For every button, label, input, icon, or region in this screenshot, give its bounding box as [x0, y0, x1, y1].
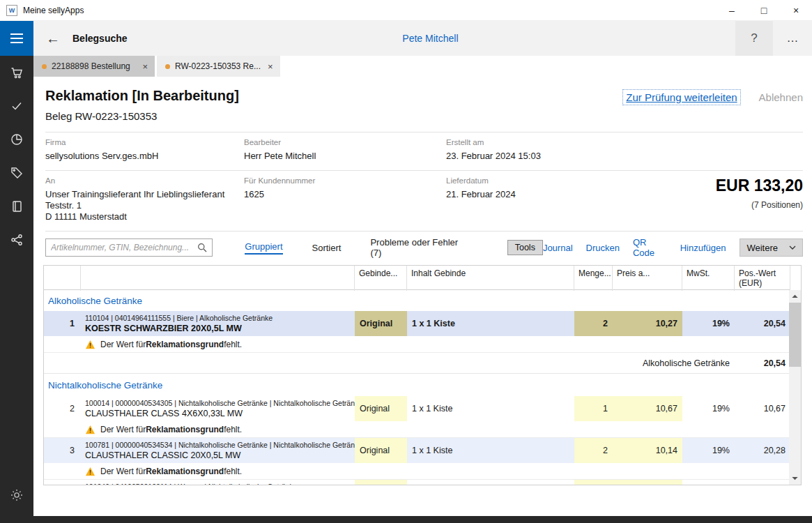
sidebar-item-settings[interactable] — [0, 478, 33, 512]
app-title: Meine sellyApps — [23, 6, 84, 15]
subtotal-value: 20,54 — [735, 358, 790, 368]
back-button[interactable]: ← — [43, 31, 63, 47]
maximize-button[interactable]: □ — [748, 0, 780, 21]
col-pos-wert[interactable]: Pos.-Wert (EUR) — [735, 266, 790, 291]
scrollbar-thumb[interactable] — [789, 303, 801, 367]
table-row[interactable]: 101049 | 04100590100114 | Wasser | Nicht… — [44, 480, 790, 485]
recipient-line-3: D 11111 Musterstadt — [45, 211, 244, 222]
preis-cell[interactable]: 10,27 — [613, 311, 682, 336]
gear-icon — [10, 488, 24, 502]
article-meta: 100014 | 00000040534305 | Nichtalkoholis… — [85, 398, 351, 408]
document-total: EUR 133,20 (7 Positionen) — [716, 176, 803, 210]
row-warning: Der Wert für Reklamationsgrund fehlt. — [44, 421, 790, 438]
weitere-dropdown[interactable]: Weitere — [740, 238, 803, 257]
tab-close-icon[interactable]: × — [268, 61, 273, 72]
hamburger-icon — [10, 33, 23, 35]
tag-icon — [10, 166, 24, 180]
sidebar-item-statistics[interactable] — [0, 123, 33, 156]
col-preis[interactable]: Preis a... — [613, 266, 682, 291]
user-name[interactable]: Pete Mitchell — [402, 33, 458, 44]
article-meta: 100781 | 00000040534534 | Nichtalkoholis… — [85, 440, 351, 450]
reject-button[interactable]: Ablehnen — [759, 91, 803, 103]
tab-status-dot — [165, 64, 170, 69]
col-description[interactable] — [81, 266, 355, 291]
help-button[interactable]: ? — [735, 21, 773, 56]
menge-cell[interactable] — [574, 480, 613, 485]
col-number[interactable] — [44, 266, 81, 291]
field-value: sellysolutions Serv.ges.mbH — [45, 151, 244, 162]
preis-cell[interactable]: 10,14 — [613, 438, 682, 463]
table-row[interactable]: 1 110104 | 04014964111555 | Biere | Alko… — [44, 311, 790, 336]
mwst-cell — [682, 480, 735, 485]
field-an: An Unser Trainingslieferant Ihr Liebling… — [45, 176, 244, 222]
minimize-button[interactable]: – — [716, 0, 748, 21]
scroll-down-icon[interactable] — [789, 473, 801, 485]
share-icon — [10, 233, 24, 247]
col-menge[interactable]: Menge... — [574, 266, 613, 291]
qr-code-link[interactable]: QR Code — [633, 237, 667, 258]
gruppiert-toggle[interactable]: Gruppiert — [245, 241, 282, 255]
mwst-cell: 19% — [682, 396, 735, 421]
gebinde-cell[interactable]: Original — [355, 311, 407, 336]
total-amount: EUR 133,20 — [716, 176, 803, 195]
table-row[interactable]: 2 100014 | 00000040534305 | Nichtalkohol… — [44, 396, 790, 421]
hamburger-menu-button[interactable] — [0, 21, 33, 56]
preis-cell[interactable]: 10,67 — [613, 396, 682, 421]
drucken-link[interactable]: Drucken — [586, 243, 620, 253]
article-name: CLAUSTHALER CLASSIC 20X0,5L MW — [85, 450, 351, 461]
article-search[interactable] — [45, 238, 213, 257]
sidebar-item-catalog[interactable] — [0, 190, 33, 223]
article-description: 101049 | 04100590100114 | Wasser | Nicht… — [81, 480, 355, 485]
more-options-button[interactable]: … — [773, 21, 812, 56]
col-mwst[interactable]: MwSt. — [682, 266, 735, 291]
gebinde-cell[interactable]: Original — [355, 396, 407, 421]
search-input[interactable] — [51, 243, 197, 252]
menge-cell[interactable]: 1 — [574, 396, 613, 421]
header-bar: ← Belegsuche Pete Mitchell ? … — [0, 21, 812, 56]
group-header-nichtalkoholische: Nichtalkoholische Getränke — [44, 374, 801, 396]
forward-for-review-button[interactable]: Zur Prüfung weiterleiten — [622, 89, 740, 105]
preis-cell[interactable] — [613, 480, 682, 485]
wert-cell: 20,54 — [735, 311, 790, 336]
row-number: 2 — [44, 396, 81, 421]
field-label: An — [45, 176, 244, 185]
tab-close-icon[interactable]: × — [142, 61, 148, 72]
col-gebinde[interactable]: Gebinde... — [355, 266, 407, 291]
tab-reklamation[interactable]: RW-0223-150353 Re... × — [157, 56, 280, 77]
field-value: 1625 — [244, 189, 446, 200]
warning-icon — [85, 425, 95, 434]
mwst-cell: 19% — [682, 311, 735, 336]
field-bearbeiter: Bearbeiter Herr Pete Mitchell — [244, 138, 446, 162]
col-inhalt-gebinde[interactable]: Inhalt Gebinde — [407, 266, 574, 291]
tools-button[interactable]: Tools — [507, 240, 543, 255]
article-description: 100781 | 00000040534534 | Nichtalkoholis… — [81, 438, 355, 463]
table-row[interactable]: 3 100781 | 00000040534534 | Nichtalkohol… — [44, 438, 790, 463]
row-warning: Der Wert für Reklamationsgrund fehlt. — [44, 336, 790, 353]
sortiert-toggle[interactable]: Sortiert — [312, 243, 342, 253]
page-title: Belegsuche — [72, 33, 128, 44]
positions-table: Gebinde... Inhalt Gebinde Menge... Preis… — [43, 265, 802, 485]
gebinde-cell[interactable] — [355, 480, 407, 485]
article-meta: 101049 | 04100590100114 | Wasser | Nicht… — [85, 482, 351, 485]
document-fields: Firma sellysolutions Serv.ges.mbH Bearbe… — [45, 132, 803, 232]
sidebar-item-orders[interactable] — [0, 56, 33, 89]
scroll-up-icon[interactable] — [789, 290, 801, 302]
vertical-scrollbar[interactable] — [789, 290, 801, 485]
hinzufuegen-link[interactable]: Hinzufügen — [680, 243, 726, 253]
sidebar-item-share[interactable] — [0, 223, 33, 257]
bottom-status-bar — [0, 516, 812, 523]
field-value: 23. Februar 2024 15:03 — [446, 151, 803, 162]
list-toolbar: Gruppiert Sortiert Probleme oder Fehler … — [45, 238, 803, 257]
recipient-line-2: Teststr. 1 — [45, 200, 244, 211]
field-kundennummer: Für Kundennummer 1625 — [244, 176, 446, 222]
gebinde-cell[interactable]: Original — [355, 438, 407, 463]
tab-bestellung[interactable]: 22188898 Bestellung × — [33, 56, 155, 77]
close-button[interactable]: × — [780, 0, 812, 21]
menge-cell[interactable]: 2 — [574, 438, 613, 463]
journal-link[interactable]: Journal — [543, 243, 573, 253]
cart-icon — [10, 66, 24, 79]
menge-cell[interactable]: 2 — [574, 311, 613, 336]
sidebar-item-offers[interactable] — [0, 156, 33, 190]
sidebar-item-tasks[interactable] — [0, 89, 33, 123]
probleme-filter[interactable]: Probleme oder Fehler (7) — [370, 237, 469, 258]
